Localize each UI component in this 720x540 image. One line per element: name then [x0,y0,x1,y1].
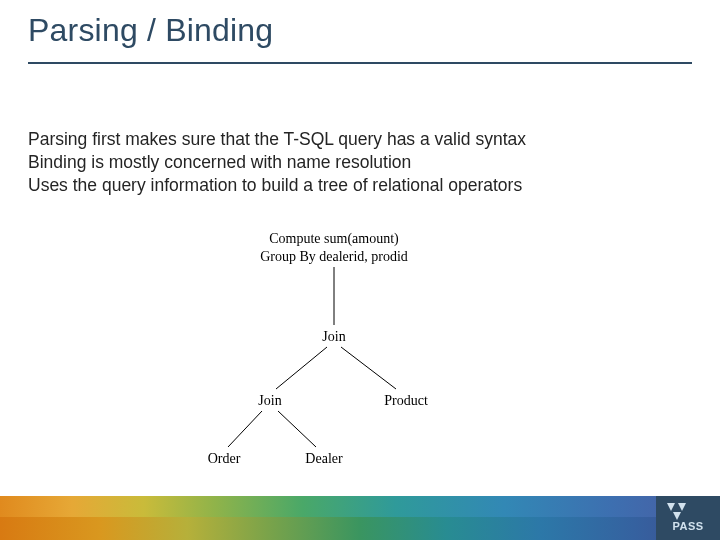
operator-tree-diagram: Compute sum(amount) Group By dealerid, p… [184,225,504,475]
node-order: Order [208,451,241,466]
body-text-block: Parsing first makes sure that the T-SQL … [28,128,692,197]
footer-gradient-band: PASS [0,496,720,540]
body-line-2: Binding is mostly concerned with name re… [28,151,692,174]
pass-logo-shape-icon [667,503,686,520]
footer-stripe-top [0,496,720,518]
node-join-left: Join [258,393,281,408]
edge-joinleft-dealer [278,411,316,447]
slide-title: Parsing / Binding [28,12,273,49]
edge-join-product [341,347,396,389]
node-join-top: Join [322,329,345,344]
slide: Parsing / Binding Parsing first makes su… [0,0,720,540]
body-line-3: Uses the query information to build a tr… [28,174,692,197]
operator-tree-svg: Compute sum(amount) Group By dealerid, p… [184,225,504,475]
node-compute: Compute sum(amount) [269,231,399,247]
node-groupby: Group By dealerid, prodid [260,249,408,264]
pass-logo: PASS [656,496,720,540]
edge-joinleft-order [228,411,262,447]
node-product: Product [384,393,428,408]
title-underline [28,62,692,64]
edge-join-joinleft [276,347,327,389]
pass-logo-svg: PASS [661,501,715,535]
pass-logo-text: PASS [672,520,703,532]
body-line-1: Parsing first makes sure that the T-SQL … [28,128,692,151]
node-dealer: Dealer [305,451,343,466]
footer-stripe-bottom [0,517,720,540]
